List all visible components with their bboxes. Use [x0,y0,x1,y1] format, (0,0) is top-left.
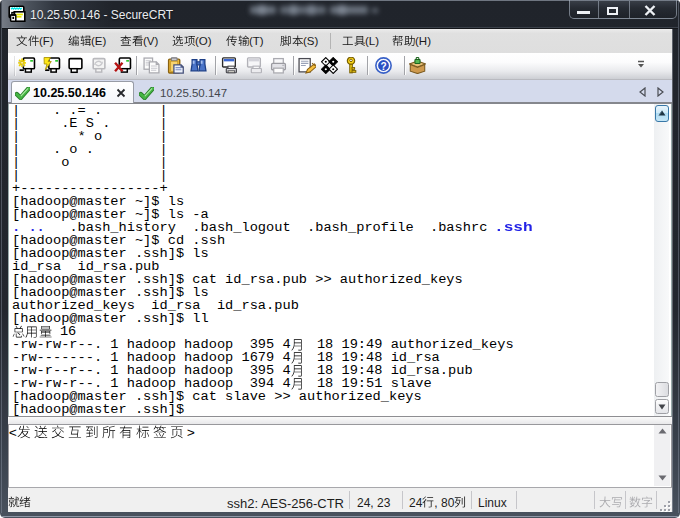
svg-text:?: ? [380,61,386,72]
